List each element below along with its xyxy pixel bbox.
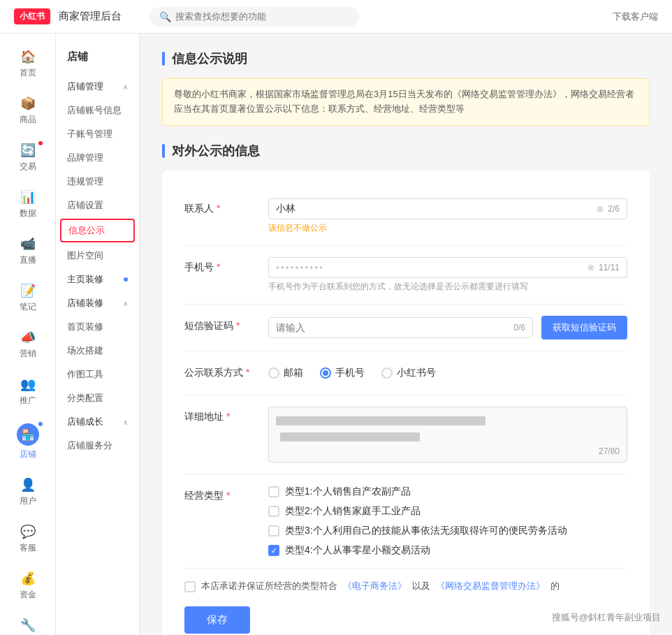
sidebar-item-promote[interactable]: 👥 推广 [0, 368, 55, 415]
phone-meta: ⊗ 11/11 [587, 263, 620, 272]
sidebar-item-info-public[interactable]: 信息公示 [60, 219, 135, 242]
agreement-link2[interactable]: 《网络交易监督管理办法》 [436, 580, 545, 592]
sidebar-item-design-tool[interactable]: 作图工具 [56, 363, 139, 386]
fund-icon: 💰 [20, 571, 36, 586]
sidebar-item-fund[interactable]: 💰 资金 [0, 562, 55, 609]
sidebar-item-services[interactable]: 🔧 服务 [0, 609, 55, 635]
sidebar-item-scene-build[interactable]: 场次搭建 [56, 339, 139, 363]
radio-email-circle [268, 367, 279, 379]
sidebar-item-homepage-decor-item[interactable]: 首页装修 [56, 315, 139, 339]
sms-meta: 0/6 [513, 323, 525, 333]
trade-dot [38, 141, 43, 145]
sidebar-item-marketing[interactable]: 📣 营销 [0, 321, 55, 368]
phone-control: ⊗ 11/11 手机号作为平台联系到您的方式，故无论选择是否公示都需要进行填写 [268, 257, 627, 293]
sidebar-item-live[interactable]: 📹 直播 [0, 228, 55, 275]
sidebar-item-violation[interactable]: 违规管理 [56, 170, 139, 194]
agreement-link1[interactable]: 《电子商务法》 [343, 580, 407, 592]
sms-input[interactable] [276, 322, 513, 333]
sidebar-item-store-score[interactable]: 店铺服务分 [56, 434, 139, 458]
sidebar-item-data[interactable]: 📊 数据 [0, 181, 55, 228]
address-textarea-wrapper[interactable]: 27/80 [268, 407, 627, 463]
sidebar-item-service[interactable]: 💬 客服 [0, 516, 55, 562]
store-dot [38, 422, 43, 426]
phone-clear-icon[interactable]: ⊗ [587, 263, 594, 272]
sidebar-item-photo-space[interactable]: 图片空间 [56, 244, 139, 268]
business-type-required: * [226, 490, 230, 501]
checkbox-type2[interactable]: 类型2:个人销售家庭手工业产品 [268, 505, 627, 518]
sms-row: 短信验证码 * 0/6 获取短信验证码 [184, 305, 627, 351]
sms-count: 0/6 [513, 323, 525, 333]
search-input[interactable] [175, 11, 349, 22]
sidebar-item-account-info[interactable]: 店铺账号信息 [56, 98, 139, 122]
agreement-end: 的 [550, 580, 560, 592]
sms-input-wrapper: 0/6 [268, 317, 533, 338]
sidebar-primary-label-data: 数据 [20, 207, 36, 219]
agreement-checkbox[interactable] [184, 581, 196, 592]
radio-phone-label: 手机号 [335, 367, 365, 379]
store-icon: 🏪 [17, 423, 39, 446]
section-homepage-decor[interactable]: 主页装修 [56, 268, 139, 291]
section-store-manage[interactable]: 店铺管理 ∧ [56, 75, 139, 98]
sidebar-item-brand[interactable]: 品牌管理 [56, 146, 139, 170]
download-client[interactable]: 下载客户端 [613, 10, 658, 23]
promote-icon: 👥 [20, 377, 36, 392]
checkbox-type2-box [268, 506, 279, 517]
section-store-growth-label: 店铺成长 [67, 416, 103, 428]
contact-label: 联系人 * [184, 198, 268, 215]
logo-badge: 小红书 [14, 8, 50, 24]
logo-area: 小红书 商家管理后台 [14, 8, 122, 24]
sidebar-primary-label-notes: 笔记 [20, 301, 36, 313]
phone-input[interactable] [276, 262, 587, 273]
watermark: 搜狐号@斜杠青年副业项目 [552, 611, 661, 624]
sidebar-item-notes[interactable]: 📝 笔记 [0, 275, 55, 321]
notes-icon: 📝 [20, 283, 36, 298]
sidebar-item-store[interactable]: 🏪 店铺 [0, 415, 55, 469]
phone-count: 11/11 [599, 263, 620, 272]
notice-text: 尊敬的小红书商家，根据国家市场监督管理总局在3月15日当天发布的《网络交易监管管… [174, 89, 634, 114]
section-store-growth[interactable]: 店铺成长 ∧ [56, 410, 139, 434]
sidebar-item-category-config[interactable]: 分类配置 [56, 386, 139, 410]
header: 小红书 商家管理后台 🔍 下载客户端 [0, 0, 672, 34]
radio-xiaohongshu-label: 小红书号 [397, 367, 436, 379]
section-homepage-decor-label: 主页装修 [67, 273, 103, 286]
info-title: 信息公示说明 [162, 50, 650, 67]
checkbox-type2-label: 类型2:个人销售家庭手工业产品 [285, 505, 421, 518]
sidebar-item-user[interactable]: 👤 用户 [0, 469, 55, 516]
section-store-manage-label: 店铺管理 [67, 80, 103, 93]
sidebar-primary-label-promote: 推广 [20, 395, 36, 407]
section-store-decor[interactable]: 店铺装修 ∧ [56, 291, 139, 315]
checkbox-type3[interactable]: 类型3:个人利用自己的技能从事依法无须取得许可的便民劳务活动 [268, 525, 627, 537]
sidebar-item-sub-account[interactable]: 子账号管理 [56, 122, 139, 146]
search-box[interactable]: 🔍 [149, 7, 359, 27]
get-sms-button[interactable]: 获取短信验证码 [541, 316, 627, 340]
radio-xiaohongshu[interactable]: 小红书号 [381, 367, 436, 379]
radio-phone[interactable]: 手机号 [320, 367, 365, 379]
address-label: 详细地址 * [184, 407, 268, 423]
phone-input-wrapper: ⊗ 11/11 [268, 257, 627, 278]
business-type-row: 经营类型 * 类型1:个人销售自产农副产品 类型2:个人销售家庭手工业产品 [184, 474, 627, 569]
form-section: 联系人 * ⊗ 2/6 该信息不做公示 手机 [162, 170, 650, 635]
phone-hint: 手机号作为平台联系到您的方式，故无论选择是否公示都需要进行填写 [268, 281, 627, 293]
sidebar-item-store-settings[interactable]: 店铺设置 [56, 194, 139, 217]
save-button[interactable]: 保存 [184, 606, 250, 634]
contact-clear-icon[interactable]: ⊗ [597, 204, 604, 214]
radio-group-contact: 邮箱 手机号 小红书号 [268, 363, 627, 384]
phone-required: * [217, 261, 220, 272]
address-control: 27/80 [268, 407, 627, 463]
contact-method-control: 邮箱 手机号 小红书号 [268, 363, 627, 384]
sms-required: * [236, 320, 240, 331]
checkbox-type4[interactable]: 类型4:个人从事零星小额交易活动 [268, 544, 627, 557]
contact-input-wrapper: ⊗ 2/6 [268, 198, 627, 219]
contact-method-required: * [246, 367, 249, 378]
chevron-down-icon-3: ∧ [123, 418, 128, 426]
sidebar-item-goods[interactable]: 📦 商品 [0, 87, 55, 134]
sidebar-item-home[interactable]: 🏠 首页 [0, 41, 55, 87]
radio-email[interactable]: 邮箱 [268, 367, 303, 379]
contact-meta: ⊗ 2/6 [597, 204, 620, 214]
address-count: 27/80 [276, 446, 620, 456]
radio-email-label: 邮箱 [284, 367, 303, 379]
checkbox-group-business: 类型1:个人销售自产农副产品 类型2:个人销售家庭手工业产品 类型3:个人利用自… [268, 486, 627, 557]
contact-input[interactable] [276, 203, 597, 214]
checkbox-type1[interactable]: 类型1:个人销售自产农副产品 [268, 486, 627, 498]
sidebar-item-trade[interactable]: 🔄 交易 [0, 134, 55, 181]
